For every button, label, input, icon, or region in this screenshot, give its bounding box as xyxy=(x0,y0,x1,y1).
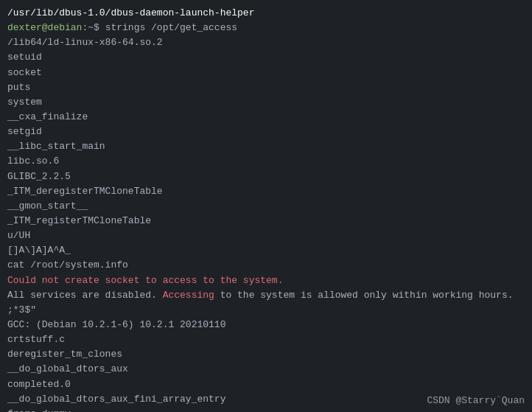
line-15: _ITM_registerTMCloneTable xyxy=(7,214,525,228)
line-11: libc.so.6 xyxy=(7,154,525,169)
line-12: GLIBC_2.2.5 xyxy=(7,170,525,184)
line-18: cat /root/system.info xyxy=(7,258,525,273)
watermark: CSDN @Starry`Quan xyxy=(427,395,525,406)
line-9: setgid xyxy=(7,125,525,139)
line-10: __libc_start_main xyxy=(7,139,525,154)
line-1: /usr/lib/dbus-1.0/dbus-daemon-launch-hel… xyxy=(7,6,525,21)
line-8: __cxa_finalize xyxy=(7,110,525,125)
line-7: system xyxy=(7,95,525,110)
line-could-not: Could not create socket to access to the… xyxy=(7,273,525,288)
line-17: []A\]A]A^A_ xyxy=(7,243,525,258)
line-5: socket xyxy=(7,66,525,80)
line-14: __gmon_start__ xyxy=(7,199,525,214)
line-28: frame_dummy xyxy=(7,407,525,412)
line-13: _ITM_deregisterTMCloneTable xyxy=(7,184,525,199)
line-4: setuid xyxy=(7,50,525,65)
line-16: u/UH xyxy=(7,228,525,243)
terminal: /usr/lib/dbus-1.0/dbus-daemon-launch-hel… xyxy=(0,0,532,412)
line-21: ;*3$" xyxy=(7,303,525,318)
line-25: __do_global_dtors_aux xyxy=(7,362,525,377)
line-24: deregister_tm_clones xyxy=(7,347,525,362)
line-26: completed.0 xyxy=(7,377,525,392)
line-6: puts xyxy=(7,80,525,95)
line-prompt: dexter@debian:~$ strings /opt/get_access xyxy=(7,21,525,35)
line-22: GCC: (Debian 10.2.1-6) 10.2.1 20210110 xyxy=(7,318,525,332)
line-3: /lib64/ld-linux-x86-64.so.2 xyxy=(7,35,525,50)
line-23: crtstuff.c xyxy=(7,332,525,347)
line-warning: All services are disabled. Accessing to … xyxy=(7,288,525,303)
